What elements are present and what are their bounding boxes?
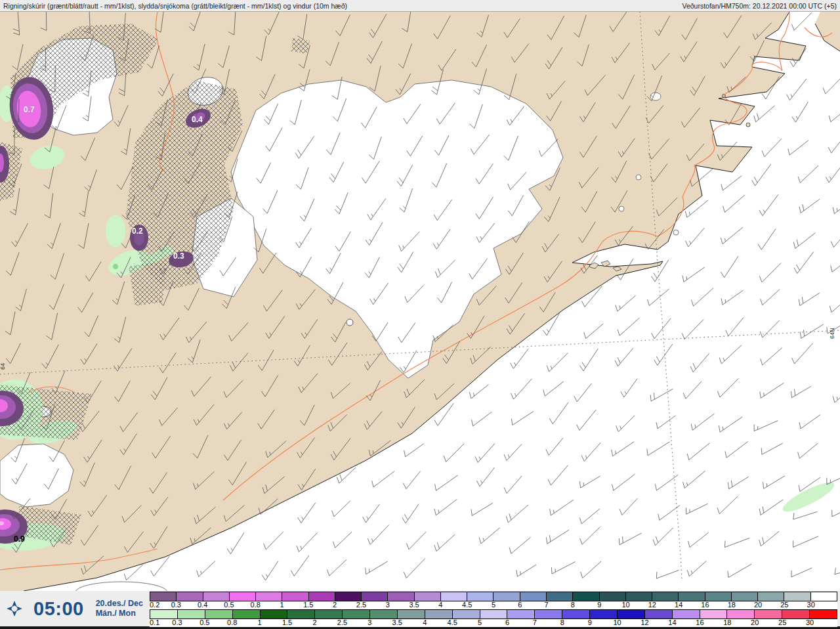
legend-tick-label: 0.5 [224,601,234,609]
precip-value-label: 0.2 [132,227,143,236]
legend-cell [782,610,810,618]
legend-cell [618,610,645,618]
legend-tick-label: 18 [723,618,731,626]
forecast-date-line1: 20.des./ Dec [96,599,143,609]
legend-cell [590,610,618,618]
legend-cell [673,610,700,618]
legend-cell [573,592,599,601]
footer-bar: 05:00 20.des./ Dec Mán./ Mon 0.20.30.40.… [0,591,840,629]
legend-cell [150,610,178,618]
legend-tick-label: 2 [312,618,316,626]
legend-tick-label: 30 [807,601,815,609]
legend-tick-label: 3 [368,618,371,626]
latitude-label: 64 [0,363,6,370]
legend-tick-label: 3.5 [392,618,402,626]
legend-cell [758,592,784,601]
legend-cell [150,592,177,601]
legend-cell [727,610,755,618]
legend-cell [230,592,256,601]
legend-tick-label: 7 [533,618,537,626]
legend-cell [287,610,315,618]
legend-tick-label: 0.3 [171,601,181,609]
legend-tick-label: 12 [648,601,656,609]
legend-cell [282,592,308,601]
legend-tick-label: 7 [545,601,549,609]
legend-cell [205,610,233,618]
legend-cell [480,610,508,618]
sparkle-compass-icon [6,600,23,617]
legend-cell [335,592,362,601]
legend-cell [425,610,453,618]
legend-tick-label: 0.5 [200,618,209,626]
legend-cell [343,610,370,618]
legend-tick-label: 2 [333,601,337,609]
legend-cell [494,592,520,601]
legend-cell [732,592,758,601]
forecast-map: 0.70.40.20.30.96464N [0,12,840,591]
legend-tick-label: 18 [728,601,736,609]
legend-cell [309,592,335,601]
legend-tick-label: 1 [258,618,262,626]
legend-scale-bottom: 0.10.30.50.811.522.533.544.5567891012141… [150,609,837,627]
legend-tick-label: 6 [505,618,509,626]
legend-tick-label: 2.5 [337,618,347,626]
legend-cell [441,592,467,601]
legend-tick-label: 9 [588,618,592,626]
legend-cell [562,610,590,618]
legend-cell [453,610,480,618]
legend-tick-label: 12 [640,618,648,626]
legend-tick-label: 2.5 [356,601,366,609]
legend-tick-label: 4 [438,601,442,609]
legend-tick-label: 4.5 [462,601,472,609]
legend-cell [178,610,205,618]
legend-cell [362,592,388,601]
legend-tick-label: 9 [597,601,601,609]
legend-tick-label: 6 [518,601,522,609]
legend-tick-label: 25 [778,618,786,626]
legend-tick-label: 5 [492,601,495,609]
weather-map-canvas: 0.70.40.20.30.96464N [0,12,840,591]
legend-tick-label: 10 [621,601,629,609]
legend-cell [315,610,343,618]
map-legend-description: Rigning/skúrir (grænt/blátt/rautt - mm/1… [3,2,347,10]
legend-cell [177,592,203,601]
forecast-date: 20.des./ Dec Mán./ Mon [96,599,143,618]
legend-tick-label: 1 [280,601,284,609]
legend-tick-label: 0.3 [172,618,182,626]
legend-cell [233,610,261,618]
legend-tick-label: 0.8 [227,618,237,626]
model-run-timestamp: Veðurstofan/HM750m: 20.12.2021 00:00 UTC… [682,2,837,10]
legend-cell [700,610,728,618]
legend-cell [784,592,810,601]
legend-cell [415,592,441,601]
legend-tick-label: 10 [614,618,621,626]
legend-cell [547,592,573,601]
precip-value-label: 0.7 [24,105,35,114]
legend-tick-label: 14 [668,618,676,626]
time-panel: 05:00 20.des./ Dec Mán./ Mon [0,591,150,626]
legend-cell [755,610,782,618]
legend-tick-label: 0.1 [150,618,159,626]
legend-cell [811,592,837,601]
legend-tick-label: 16 [701,601,709,609]
legend-ticks-top: 0.20.30.40.50.811.522.533.544.5567891012… [150,601,837,609]
legend-cell [645,610,673,618]
precip-value-label: 0.4 [192,115,203,124]
latitude-label: 64N [829,328,835,339]
legend-tick-label: 14 [675,601,682,609]
legend-tick-label: 8 [560,618,564,626]
legend-tick-label: 20 [751,618,759,626]
legend-cell [810,610,837,618]
legend-cell [398,610,425,618]
legend-tick-label: 3.5 [409,601,419,609]
legend-scale-top: 0.20.30.40.50.811.522.533.544.5567891012… [150,592,837,609]
legend-tick-label: 0.8 [251,601,261,609]
legend-tick-label: 16 [696,618,704,626]
legend-band-top [150,592,837,601]
precip-value-label: 0.3 [173,251,184,261]
legend-tick-label: 0.2 [150,601,159,609]
legend-tick-label: 8 [571,601,575,609]
legend-cell [203,592,230,601]
forecast-date-line2: Mán./ Mon [96,609,143,618]
legend-cell [520,592,547,601]
